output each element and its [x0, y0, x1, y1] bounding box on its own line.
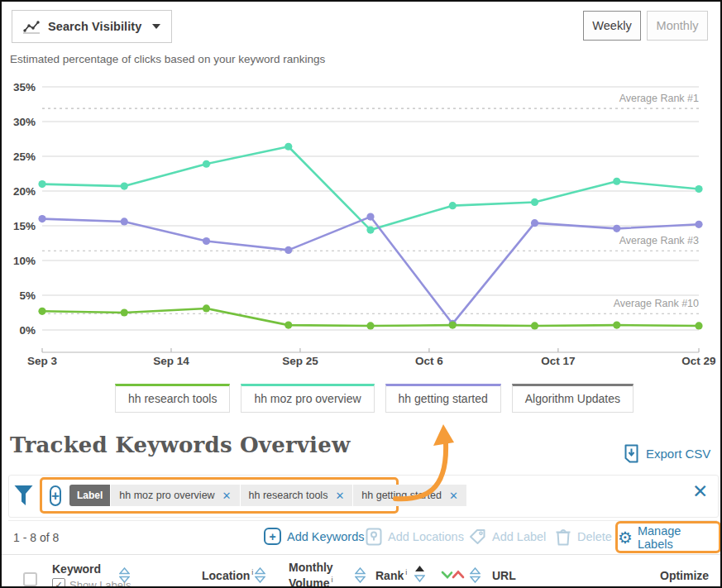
- gear-icon: ⚙: [618, 529, 633, 546]
- svg-text:0%: 0%: [19, 324, 36, 337]
- filter-highlight-box: + Label hh moz pro overview✕hh research …: [40, 477, 399, 514]
- manage-labels-button[interactable]: ⚙ Manage Labels: [615, 521, 721, 553]
- export-csv-button[interactable]: Export CSV: [624, 444, 710, 463]
- table-toolbar: 1 - 8 of 8 + Add Keywords Add Locations …: [8, 520, 717, 556]
- line-chart-icon: [23, 20, 41, 34]
- svg-text:10%: 10%: [13, 255, 36, 267]
- svg-text:Oct 6: Oct 6: [415, 355, 443, 367]
- remove-chip-icon[interactable]: ✕: [335, 490, 344, 502]
- legend-button-hh-moz-pro-overview[interactable]: hh moz pro overview: [241, 384, 374, 413]
- legend-button-algorithm-updates[interactable]: Algorithm Updates: [512, 384, 634, 413]
- rank-change-icon: [441, 570, 467, 580]
- filter-chip-label: hh research tools: [249, 490, 328, 501]
- chart-legend: hh research toolshh moz pro overviewhh g…: [115, 384, 634, 413]
- svg-text:25%: 25%: [13, 151, 36, 163]
- add-locations-button[interactable]: Add Locations: [366, 528, 464, 546]
- column-keyword: Keyword: [52, 562, 101, 576]
- svg-text:Sep 14: Sep 14: [153, 355, 189, 367]
- info-icon: i: [332, 576, 333, 584]
- manage-labels-label: Manage Labels: [638, 524, 719, 551]
- svg-text:Oct 17: Oct 17: [541, 355, 575, 367]
- weekly-toggle-button[interactable]: Weekly: [583, 11, 641, 41]
- result-count: 1 - 8 of 8: [13, 531, 59, 544]
- svg-text:Average Rank #1: Average Rank #1: [619, 93, 699, 104]
- monthly-toggle-button[interactable]: Monthly: [647, 11, 708, 41]
- svg-text:Sep 25: Sep 25: [282, 355, 318, 367]
- legend-button-hh-getting-started[interactable]: hh getting started: [385, 384, 501, 413]
- filter-funnel-icon[interactable]: [14, 485, 33, 507]
- svg-text:30%: 30%: [13, 116, 36, 128]
- chevron-down-icon: [152, 24, 160, 29]
- column-monthly-volume: Monthly Volumei: [289, 562, 333, 588]
- add-keywords-label: Add Keywords: [287, 530, 365, 543]
- filter-chip: hh research tools✕: [241, 485, 353, 506]
- filter-bar: + Label hh moz pro overview✕hh research …: [8, 475, 719, 518]
- column-location: Locationi: [202, 568, 253, 582]
- delete-button[interactable]: Delete: [555, 528, 612, 546]
- svg-text:Sep 3: Sep 3: [27, 355, 58, 367]
- delete-label: Delete: [577, 530, 612, 543]
- filter-chip: hh moz pro overview✕: [111, 485, 239, 506]
- filter-chips: Label hh moz pro overview✕hh research to…: [69, 485, 466, 506]
- column-url: URL: [492, 569, 516, 582]
- add-label-label: Add Label: [492, 530, 546, 543]
- metric-dropdown[interactable]: Search Visibility: [12, 10, 172, 43]
- add-filter-button[interactable]: +: [50, 485, 61, 506]
- sort-icon[interactable]: [355, 567, 366, 583]
- tag-icon: [468, 528, 486, 546]
- remove-chip-icon[interactable]: ✕: [222, 490, 232, 502]
- svg-text:20%: 20%: [13, 185, 36, 198]
- legend-button-hh-research-tools[interactable]: hh research tools: [115, 384, 230, 413]
- info-icon: i: [251, 568, 253, 576]
- info-icon: i: [405, 568, 407, 576]
- plus-icon: +: [51, 489, 60, 503]
- svg-text:15%: 15%: [13, 220, 36, 232]
- add-label-button[interactable]: Add Label: [468, 528, 546, 546]
- add-keywords-button[interactable]: + Add Keywords: [264, 528, 365, 545]
- visibility-chart: 0%5%10%15%20%25%30%35%Average Rank #1Ave…: [2, 76, 722, 378]
- svg-text:5%: 5%: [19, 289, 36, 302]
- column-rank: Ranki: [375, 568, 407, 582]
- metric-dropdown-label: Search Visibility: [48, 20, 141, 33]
- filter-chip: hh getting started✕: [353, 485, 466, 506]
- map-pin-icon: [366, 528, 382, 546]
- svg-text:35%: 35%: [13, 81, 36, 93]
- svg-text:Average Rank #3: Average Rank #3: [619, 235, 699, 246]
- filter-label-badge: Label: [69, 485, 110, 506]
- sort-icon[interactable]: [255, 567, 265, 583]
- sort-icon[interactable]: [470, 567, 481, 583]
- show-labels-toggle[interactable]: ✓ Show Labels: [52, 578, 131, 588]
- column-optimize: Optimize: [660, 569, 709, 582]
- clear-filters-icon[interactable]: ✕: [692, 482, 708, 501]
- sort-icon-active[interactable]: [414, 565, 425, 583]
- page-title: Tracked Keywords Overview: [10, 433, 351, 457]
- table-header: Keyword ✓ Show Labels Locationi Monthly …: [2, 554, 722, 588]
- plus-icon: +: [264, 528, 281, 545]
- trash-icon: [555, 528, 571, 546]
- show-labels-checkbox[interactable]: ✓: [52, 578, 65, 588]
- select-all-checkbox[interactable]: [23, 572, 37, 586]
- add-locations-label: Add Locations: [388, 530, 464, 543]
- remove-chip-icon[interactable]: ✕: [449, 490, 458, 502]
- download-file-icon: [624, 444, 639, 463]
- show-labels-label: Show Labels: [69, 579, 131, 588]
- svg-text:Oct 29: Oct 29: [681, 355, 715, 367]
- filter-chip-label: hh moz pro overview: [119, 490, 214, 501]
- chart-subtitle: Estimated percentage of clicks based on …: [10, 53, 325, 65]
- svg-text:Average Rank #10: Average Rank #10: [614, 298, 699, 309]
- filter-chip-label: hh getting started: [361, 490, 442, 501]
- export-csv-label: Export CSV: [646, 447, 710, 461]
- search-visibility-page: Search Visibility Weekly Monthly Estimat…: [0, 0, 722, 588]
